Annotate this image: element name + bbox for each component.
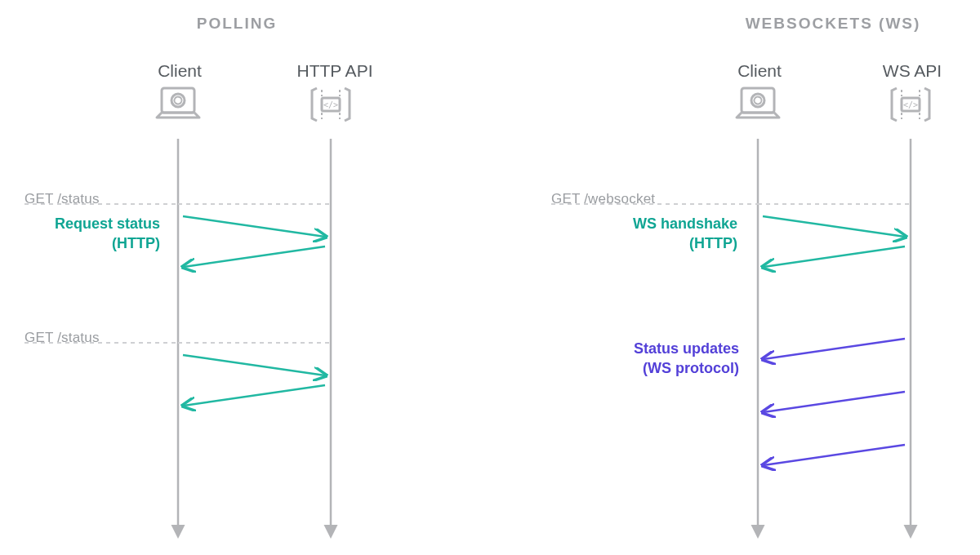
section-title-websockets: WEBSOCKETS (WS) <box>727 15 939 33</box>
svg-point-3 <box>172 94 185 107</box>
svg-rect-2 <box>162 88 194 113</box>
svg-rect-20 <box>742 88 774 113</box>
actor-client-left: Client <box>147 61 212 81</box>
svg-line-30 <box>763 216 905 237</box>
actor-api-right: WS API <box>875 61 949 81</box>
svg-line-15 <box>184 246 325 267</box>
svg-line-34 <box>764 445 905 465</box>
diagram-root: </> </> POLLING WEBSOCKETS ( <box>0 0 980 555</box>
msg-line2: (HTTP) <box>23 233 160 253</box>
msg-request-status: Request status (HTTP) <box>23 214 160 254</box>
msg-line1: Request status <box>55 215 160 232</box>
svg-text:</>: </> <box>323 100 338 109</box>
route-get-status-2: GET /status <box>24 330 122 346</box>
route-get-websocket: GET /websocket <box>551 191 698 207</box>
svg-line-17 <box>184 385 325 406</box>
msg-status-updates: Status updates (WS protocol) <box>584 339 739 379</box>
actor-api-left: HTTP API <box>290 61 380 81</box>
svg-line-32 <box>764 339 905 359</box>
msg-line1: WS handshake <box>633 215 737 232</box>
route-get-status-1: GET /status <box>24 191 122 207</box>
section-title-polling: POLLING <box>188 15 286 33</box>
svg-line-33 <box>764 392 905 412</box>
diagram-svg: </> </> <box>0 0 980 555</box>
svg-line-31 <box>764 246 905 267</box>
api-icon: </> <box>312 88 350 121</box>
svg-text:</>: </> <box>903 100 918 109</box>
svg-line-16 <box>183 355 325 375</box>
api-icon: </> <box>892 88 929 121</box>
svg-line-14 <box>183 216 325 237</box>
msg-line2: (HTTP) <box>600 233 737 253</box>
actor-client-right: Client <box>727 61 792 81</box>
msg-line2: (WS protocol) <box>584 358 739 378</box>
client-icon <box>157 88 199 118</box>
msg-line1: Status updates <box>634 340 739 357</box>
msg-ws-handshake: WS handshake (HTTP) <box>600 214 737 254</box>
client-icon <box>737 88 779 118</box>
svg-point-21 <box>751 94 764 107</box>
